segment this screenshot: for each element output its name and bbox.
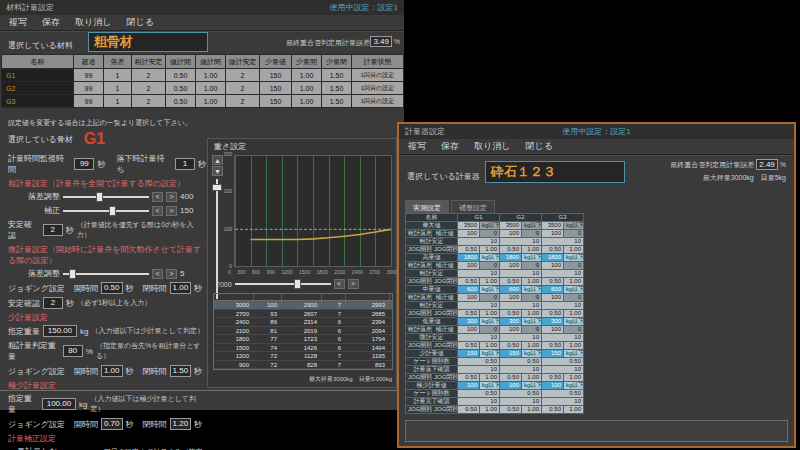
grid-cell[interactable]: 1.00 — [522, 342, 542, 350]
small-close-input[interactable]: 1.50 — [170, 365, 192, 377]
grid-cell[interactable]: 10 — [500, 270, 542, 278]
grid-cell[interactable]: JOG閉秒 — [432, 374, 458, 382]
grid-cell[interactable]: 0 — [564, 326, 584, 334]
grid-cell[interactable]: kg以下 — [522, 222, 542, 230]
grid-cell[interactable]: 1.00 — [564, 310, 584, 318]
grid-cell[interactable]: 0 — [480, 294, 500, 302]
grid-cell[interactable]: 1800 — [458, 254, 480, 262]
grid-cell[interactable]: kg以下 — [480, 222, 500, 230]
grid-cell[interactable]: 100 — [458, 230, 480, 238]
grid-cell[interactable]: 0.50 — [500, 374, 522, 382]
grid-cell[interactable]: 極少計量値 — [406, 382, 458, 390]
grid-cell[interactable]: 1.00 — [564, 374, 584, 382]
grid-cell[interactable]: JOG開秒 — [406, 342, 432, 350]
small-weight-input[interactable]: 150.00 — [43, 325, 77, 337]
grid-cell[interactable]: 0 — [480, 230, 500, 238]
menu-item[interactable]: 閉じる — [126, 16, 153, 29]
grid-cell[interactable]: 0.50 — [458, 374, 480, 382]
grid-cell[interactable]: 補正値 — [432, 262, 458, 270]
grid-cell[interactable]: 600 — [458, 286, 480, 294]
grid-cell[interactable]: 粗計落差 — [406, 262, 432, 270]
slider-decrement-button[interactable]: < — [152, 206, 163, 216]
grid-cell[interactable]: 3500 — [458, 222, 480, 230]
grid-cell[interactable]: kg以下 — [564, 318, 584, 326]
grid-cell[interactable]: kg以下 — [480, 286, 500, 294]
grid-cell[interactable]: G3 — [542, 214, 584, 222]
menu-item[interactable]: 複写 — [9, 16, 27, 29]
grid-cell[interactable]: kg以下 — [480, 318, 500, 326]
grid-cell[interactable]: 10 — [542, 302, 584, 310]
grid-cell[interactable]: 0.50 — [458, 358, 500, 366]
grid-cell[interactable]: 10 — [542, 398, 584, 406]
grid-cell[interactable]: 100 — [500, 326, 522, 334]
grid-cell[interactable]: 0.50 — [500, 390, 542, 398]
grid-cell[interactable]: kg以下 — [522, 286, 542, 294]
grid-cell[interactable]: 補正値 — [432, 326, 458, 334]
grid-cell[interactable]: kg以下 — [564, 350, 584, 358]
grid-cell[interactable]: 0 — [480, 262, 500, 270]
fine-drop-slider[interactable] — [63, 273, 149, 275]
slider-increment-button[interactable]: > — [166, 206, 177, 216]
grid-cell[interactable]: 100 — [542, 382, 564, 390]
grid-cell[interactable]: 0 — [522, 294, 542, 302]
slider-increment-button[interactable]: > — [166, 269, 177, 279]
menu-item[interactable]: 閉じる — [525, 140, 552, 153]
tiny-weight-input[interactable]: 100.00 — [42, 398, 76, 410]
grid-cell[interactable]: 高量値 — [406, 254, 458, 262]
menu-item[interactable]: 複写 — [408, 140, 426, 153]
grid-cell[interactable]: JOG開秒 — [406, 278, 432, 286]
grid-cell[interactable]: 0.50 — [458, 342, 480, 350]
grid-cell[interactable]: 0.50 — [500, 358, 542, 366]
grid-cell[interactable]: 10 — [500, 302, 542, 310]
grid-cell[interactable]: 100 — [500, 230, 522, 238]
grid-cell[interactable]: 100 — [500, 382, 522, 390]
grid-cell[interactable]: 1.00 — [480, 278, 500, 286]
grid-cell[interactable]: 1.00 — [522, 246, 542, 254]
weight-table-row[interactable]: 180077172361794 — [214, 335, 392, 344]
grid-cell[interactable]: 300 — [542, 318, 564, 326]
grid-cell[interactable]: 1800 — [500, 254, 522, 262]
grid-cell[interactable]: 0.50 — [458, 390, 500, 398]
menu-item[interactable]: 保存 — [42, 16, 60, 29]
grid-cell[interactable]: 10 — [500, 334, 542, 342]
grid-cell[interactable]: kg以下 — [480, 350, 500, 358]
grid-cell[interactable]: JOG閉秒 — [432, 342, 458, 350]
grid-cell[interactable]: 3500 — [500, 222, 522, 230]
title-bar[interactable]: 計量器設定 使用中設定：設定1 — [399, 124, 794, 139]
grid-cell[interactable]: 0.50 — [500, 278, 522, 286]
grid-cell[interactable]: 0.50 — [458, 246, 480, 254]
grid-cell[interactable]: 1.00 — [522, 406, 542, 414]
grid-cell[interactable]: JOG開秒 — [406, 406, 432, 414]
grid-cell[interactable]: kg以下 — [522, 350, 542, 358]
grid-cell[interactable]: 0.50 — [458, 310, 480, 318]
grid-cell[interactable]: 0.50 — [542, 390, 584, 398]
grid-cell[interactable]: 1.00 — [480, 406, 500, 414]
grid-cell[interactable]: 100 — [542, 230, 564, 238]
grid-cell[interactable]: JOG開秒 — [406, 310, 432, 318]
grid-cell[interactable]: 低量値 — [406, 318, 458, 326]
grid-cell[interactable]: 10 — [500, 366, 542, 374]
menu-item[interactable]: 保存 — [441, 140, 459, 153]
grid-cell[interactable]: 10 — [458, 302, 500, 310]
grid-cell[interactable]: 100 — [542, 262, 564, 270]
coarse-stable-input[interactable]: 2 — [43, 224, 63, 236]
grid-cell[interactable]: 粗計安定 — [406, 270, 458, 278]
grid-cell[interactable]: 100 — [458, 294, 480, 302]
grid-cell[interactable]: 10 — [458, 366, 500, 374]
grid-cell[interactable]: 0 — [522, 262, 542, 270]
grid-cell[interactable]: 0.50 — [500, 246, 522, 254]
grid-cell[interactable]: 粗計落差 — [406, 326, 432, 334]
grid-cell[interactable]: 粗計安定 — [406, 302, 458, 310]
grid-cell[interactable]: 0.50 — [500, 310, 522, 318]
grid-cell[interactable]: 補正値 — [432, 230, 458, 238]
grid-cell[interactable]: 1.00 — [522, 374, 542, 382]
grid-cell[interactable]: 150 — [458, 350, 480, 358]
grid-cell[interactable]: 0 — [480, 326, 500, 334]
grid-cell[interactable]: 粗計落差 — [406, 230, 432, 238]
grid-cell[interactable]: 1.00 — [564, 246, 584, 254]
grid-cell[interactable]: 名称 — [406, 214, 458, 222]
coarse-corr-slider[interactable] — [63, 210, 149, 212]
grid-cell[interactable]: 10 — [458, 398, 500, 406]
grid-cell[interactable]: 0.50 — [500, 406, 522, 414]
grid-cell[interactable]: 少計量値 — [406, 350, 458, 358]
